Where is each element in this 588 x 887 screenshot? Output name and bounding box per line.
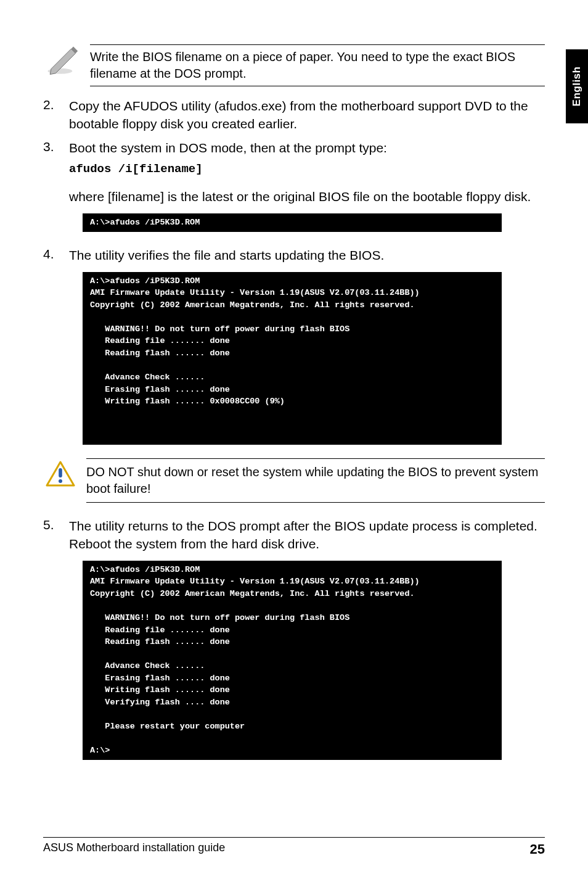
page-number: 25	[530, 841, 545, 857]
step-4: 4. The utility verifies the file and sta…	[43, 247, 545, 265]
svg-point-5	[59, 479, 62, 483]
warning-icon	[46, 461, 75, 488]
note-block: Write the BIOS filename on a piece of pa…	[46, 44, 545, 86]
terminal-line: Erasing flash ...... done	[90, 674, 230, 683]
page-footer: ASUS Motherboard installation guide 25	[43, 837, 545, 857]
terminal-line: Reading flash ...... done	[90, 349, 230, 358]
step-body: Copy the AFUDOS utility (afudos.exe) fro…	[69, 97, 545, 133]
terminal-line: Advance Check ......	[90, 373, 205, 382]
command-text: afudos /i[filename]	[69, 161, 545, 177]
footer-title: ASUS Motherboard installation guide	[43, 841, 225, 857]
language-label: English	[571, 67, 583, 107]
terminal-line: Copyright (C) 2002 American Megatrends, …	[90, 589, 415, 598]
terminal-output-1: A:\>afudos /iP5K3D.ROM	[83, 213, 502, 232]
step-body: The utility verifies the file and starts…	[69, 247, 545, 265]
terminal-line: A:\>	[90, 746, 110, 755]
terminal-line: Reading file ....... done	[90, 625, 230, 635]
step-number: 2.	[43, 97, 54, 133]
terminal-line: WARNING!! Do not turn off power during f…	[90, 324, 349, 334]
note-text: Write the BIOS filename on a piece of pa…	[90, 49, 545, 82]
terminal-line: Verifying flash .... done	[90, 698, 230, 707]
step-text: Boot the system in DOS mode, then at the…	[69, 141, 387, 155]
step-body: The utility returns to the DOS prompt af…	[69, 518, 545, 553]
terminal-line: A:\>afudos /iP5K3D.ROM	[90, 565, 200, 574]
note-text-container: Write the BIOS filename on a piece of pa…	[90, 44, 545, 86]
step-2: 2. Copy the AFUDOS utility (afudos.exe) …	[43, 97, 545, 133]
pencil-icon	[46, 44, 79, 78]
terminal-line: A:\>afudos /iP5K3D.ROM	[90, 276, 200, 286]
terminal-line: A:\>afudos /iP5K3D.ROM	[90, 218, 200, 227]
terminal-line: AMI Firmware Update Utility - Version 1.…	[90, 577, 420, 586]
terminal-output-3: A:\>afudos /iP5K3D.ROM AMI Firmware Upda…	[83, 561, 502, 760]
terminal-line: AMI Firmware Update Utility - Version 1.…	[90, 288, 420, 297]
step-5: 5. The utility returns to the DOS prompt…	[43, 518, 545, 553]
terminal-line: Writing flash ...... done	[90, 685, 230, 695]
terminal-line: Advance Check ......	[90, 661, 205, 670]
terminal-line: Reading flash ...... done	[90, 637, 230, 646]
step-3: 3. Boot the system in DOS mode, then at …	[43, 139, 545, 206]
terminal-line: Reading file ....... done	[90, 336, 230, 345]
step-body: Boot the system in DOS mode, then at the…	[69, 139, 545, 206]
step-number: 4.	[43, 247, 54, 265]
svg-rect-4	[59, 468, 62, 477]
caution-block: DO NOT shut down or reset the system whi…	[46, 458, 545, 503]
step-number: 5.	[43, 518, 54, 553]
terminal-line: Please restart your computer	[90, 722, 245, 731]
terminal-line: Erasing flash ...... done	[90, 385, 230, 394]
terminal-line: Copyright (C) 2002 American Megatrends, …	[90, 300, 415, 310]
terminal-line: WARNING!! Do not turn off power during f…	[90, 613, 349, 622]
step-after-text: where [filename] is the latest or the or…	[69, 188, 545, 206]
language-tab: English	[566, 49, 588, 123]
caution-text-container: DO NOT shut down or reset the system whi…	[86, 458, 545, 503]
step-number: 3.	[43, 139, 54, 206]
terminal-line: Writing flash ...... 0x0008CC00 (9%)	[90, 397, 285, 406]
terminal-output-2: A:\>afudos /iP5K3D.ROM AMI Firmware Upda…	[83, 272, 502, 445]
caution-text: DO NOT shut down or reset the system whi…	[86, 464, 545, 497]
